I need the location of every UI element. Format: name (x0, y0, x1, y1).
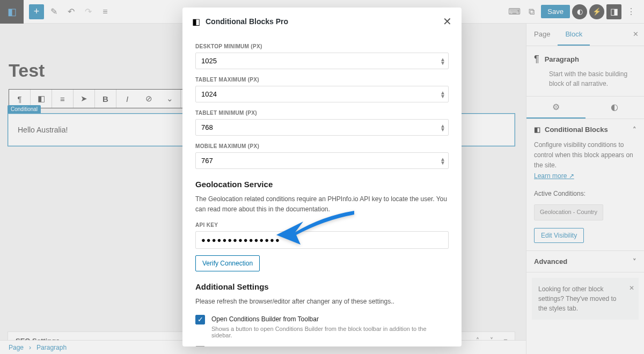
conditional-blocks-modal: ◧ Conditional Blocks Pro ✕ DESKTOP MINIM… (182, 8, 462, 346)
tablet-min-input[interactable] (195, 119, 449, 136)
stepper-icon[interactable]: ▲▼ (440, 124, 445, 131)
only-installed-label: Only show installed integration conditio… (211, 346, 362, 346)
annotation-arrow (274, 208, 354, 248)
modal-logo-icon: ◧ (192, 17, 200, 27)
additional-desc: Please refresh the browser/editor after … (195, 297, 449, 307)
desktop-min-label: DESKTOP MINIMUM (PX) (195, 43, 449, 49)
open-builder-checkbox[interactable]: ✓ (195, 315, 205, 324)
verify-connection-button[interactable]: Verify Connection (195, 255, 260, 271)
mobile-max-label: MOBILE MAXIMUM (PX) (195, 143, 449, 149)
additional-title: Additional Settings (195, 282, 449, 291)
stepper-icon[interactable]: ▲▼ (440, 91, 445, 98)
open-builder-label: Open Conditions Builder from Toolbar (211, 315, 449, 324)
modal-title: Conditional Blocks Pro (206, 17, 288, 26)
close-modal-icon[interactable]: ✕ (443, 15, 452, 28)
stepper-icon[interactable]: ▲▼ (440, 157, 445, 165)
tablet-max-label: TABLET MAXIMUM (PX) (195, 77, 449, 83)
stepper-icon[interactable]: ▲▼ (440, 57, 445, 65)
desktop-min-input[interactable] (195, 53, 449, 69)
open-builder-help: Shows a button to open Conditions Builde… (211, 326, 449, 338)
geolocation-title: Geolocation Service (195, 180, 449, 189)
mobile-max-input[interactable] (195, 152, 449, 169)
tablet-max-input[interactable] (195, 86, 449, 102)
tablet-min-label: TABLET MINIMUM (PX) (195, 110, 449, 116)
only-installed-checkbox[interactable] (195, 346, 205, 346)
modal-overlay: ◧ Conditional Blocks Pro ✕ DESKTOP MINIM… (0, 0, 644, 354)
